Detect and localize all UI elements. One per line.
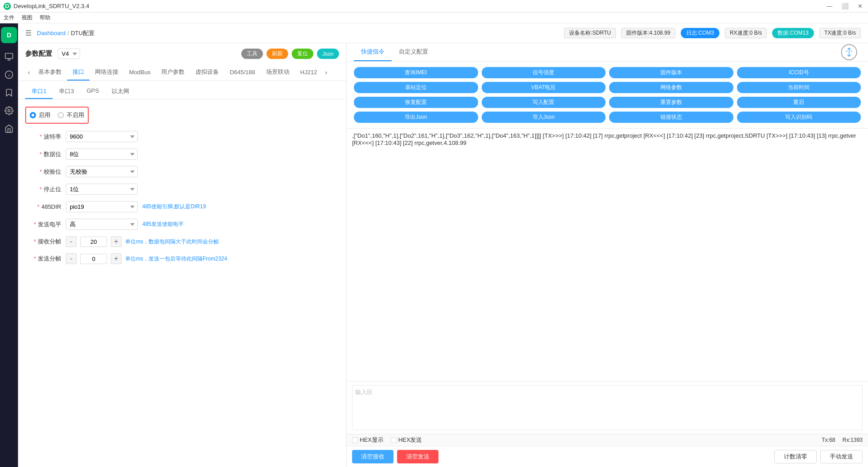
- tool-button[interactable]: 工具: [241, 49, 263, 59]
- close-button[interactable]: ✕: [856, 3, 864, 9]
- rx-count: Rx:1393: [842, 437, 863, 443]
- tab-hj212[interactable]: HJ212: [295, 65, 323, 80]
- hex-send-box: [391, 437, 397, 443]
- cmd-export-json[interactable]: 导出Json: [354, 112, 478, 123]
- stop-bits-select[interactable]: 1位: [66, 184, 138, 195]
- tab-quick-commands[interactable]: 快捷指令: [354, 43, 392, 61]
- tab-scene[interactable]: 场景联动: [261, 64, 295, 81]
- cmd-write-id[interactable]: 写入识别码: [737, 112, 861, 123]
- hex-send-checkbox[interactable]: HEX发送: [391, 436, 422, 444]
- enable-radio-dot: [30, 112, 36, 118]
- com-log-button[interactable]: 日志:COM3: [681, 28, 719, 38]
- baud-rate-label: 波特率: [25, 133, 61, 141]
- sub-tab-serial1[interactable]: 串口1: [25, 85, 53, 99]
- data-bits-select[interactable]: 8位: [66, 148, 138, 160]
- stop-bits-label: 停止位: [25, 185, 61, 193]
- cmd-current-time[interactable]: 当前时间: [737, 82, 861, 93]
- hamburger-icon[interactable]: ☰: [25, 29, 32, 37]
- rx-split-row: 接收分帧 - + 单位ms，数据包间隔大于此时间会分帧: [25, 236, 339, 247]
- config-header: 参数配置 V4 工具 刷新 复位 Json: [18, 43, 346, 64]
- sidebar-icon-settings[interactable]: [1, 103, 17, 119]
- rx-split-label: 接收分帧: [25, 238, 61, 246]
- tx-split-plus[interactable]: +: [111, 253, 122, 264]
- dir485-row: 485DIR pio19 485使能引脚,默认是DIR19: [25, 201, 339, 212]
- rx-split-counter: - + 单位ms，数据包间隔大于此时间会分帧: [66, 236, 219, 247]
- breadcrumb-home[interactable]: Dashboard: [37, 30, 66, 36]
- tx-split-input[interactable]: [80, 254, 107, 264]
- form-area: 启用 不启用 波特率 9600: [18, 99, 346, 467]
- clear-rx-button[interactable]: 清空接收: [352, 450, 393, 463]
- json-button[interactable]: Json: [317, 49, 339, 59]
- menu-help[interactable]: 帮助: [40, 14, 50, 22]
- sidebar-icon-monitor[interactable]: [1, 49, 17, 65]
- cmd-reset-params[interactable]: 重置参数: [609, 97, 733, 108]
- minimize-button[interactable]: —: [825, 3, 834, 9]
- cmd-base-location[interactable]: 基站定位: [354, 82, 478, 93]
- maximize-button[interactable]: ⬜: [840, 3, 850, 9]
- cmd-write-config[interactable]: 写入配置: [482, 97, 606, 108]
- manual-send-button[interactable]: 手动发送: [820, 450, 863, 463]
- data-bits-label: 数据位: [25, 150, 61, 158]
- tab-virtual-device[interactable]: 虚拟设备: [190, 64, 224, 81]
- clear-tx-button[interactable]: 清空发送: [397, 450, 439, 463]
- tab-network[interactable]: 网络连接: [90, 64, 124, 81]
- sub-tab-gps[interactable]: GPS: [80, 85, 105, 99]
- data-bits-row: 数据位 8位: [25, 148, 339, 160]
- enable-row: 启用 不启用: [25, 107, 89, 124]
- main-panels: 参数配置 V4 工具 刷新 复位 Json ‹: [18, 43, 868, 467]
- cmd-signal-strength[interactable]: 信号强度: [482, 67, 606, 78]
- tx-level-select[interactable]: 高: [66, 219, 138, 230]
- enable-option[interactable]: 启用: [30, 111, 50, 119]
- sidebar-icon-home[interactable]: [1, 121, 17, 137]
- hex-display-checkbox[interactable]: HEX显示: [352, 436, 384, 444]
- tab-custom-config[interactable]: 自定义配置: [392, 43, 435, 61]
- rx-split-input[interactable]: [80, 237, 107, 247]
- tab-basic-params[interactable]: 基本参数: [33, 64, 67, 81]
- parity-select[interactable]: 无校验: [66, 166, 138, 177]
- dir485-select[interactable]: pio19: [66, 201, 138, 212]
- input-area[interactable]: 输入区: [352, 385, 863, 430]
- reset-button[interactable]: 复位: [292, 49, 313, 59]
- cmd-firmware-version[interactable]: 固件版本: [609, 67, 733, 78]
- cmd-reboot[interactable]: 重启: [737, 97, 861, 108]
- refresh-button[interactable]: 刷新: [267, 49, 288, 59]
- trident-icon: [841, 44, 857, 60]
- cmd-query-imei[interactable]: 查询IMEI: [354, 67, 478, 78]
- cmd-import-json[interactable]: 导入Json: [482, 112, 606, 123]
- disable-option[interactable]: 不启用: [58, 111, 84, 119]
- cmd-network-params[interactable]: 网络参数: [609, 82, 733, 93]
- data-port-button[interactable]: 数据:COM13: [772, 28, 814, 38]
- tx-level-hint: 485发送使能电平: [142, 220, 184, 228]
- tab-interface[interactable]: 接口: [67, 64, 90, 81]
- baud-rate-select[interactable]: 9600: [66, 131, 138, 142]
- tab-d645[interactable]: D645/188: [224, 65, 260, 80]
- clear-count-button[interactable]: 计数清零: [774, 450, 817, 463]
- menu-file[interactable]: 文件: [4, 14, 14, 22]
- cmd-link-status[interactable]: 链接状态: [609, 112, 733, 123]
- cmd-vbat-voltage[interactable]: VBAT电压: [482, 82, 606, 93]
- config-toolbar: 工具 刷新 复位 Json: [241, 49, 339, 59]
- right-tabs: 快捷指令 自定义配置: [347, 43, 868, 62]
- firmware-tag: 固件版本:4.108.99: [621, 28, 675, 38]
- menu-view[interactable]: 视图: [22, 14, 32, 22]
- tab-modbus[interactable]: ModBus: [124, 65, 156, 80]
- svg-rect-0: [5, 54, 13, 59]
- cmd-restore-config[interactable]: 恢复配置: [354, 97, 478, 108]
- sidebar-icon-info[interactable]: [1, 67, 17, 83]
- rx-split-plus[interactable]: +: [111, 236, 122, 247]
- tx-split-minus[interactable]: -: [66, 253, 77, 264]
- tx-split-hint: 单位ms，发送一包后等待此间隔From2324: [125, 255, 227, 263]
- sidebar-logo: D: [1, 27, 17, 43]
- sub-tab-serial3[interactable]: 串口3: [53, 85, 80, 99]
- sidebar-icon-bookmark[interactable]: [1, 85, 17, 101]
- rx-split-minus[interactable]: -: [66, 236, 77, 247]
- parity-label: 校验位: [25, 168, 61, 176]
- tab-right-arrow[interactable]: ›: [322, 69, 330, 76]
- version-select[interactable]: V4: [58, 49, 80, 59]
- cmd-iccid[interactable]: ICCID号: [737, 67, 861, 78]
- tab-left-arrow[interactable]: ‹: [25, 69, 33, 76]
- hex-display-label: HEX显示: [360, 436, 384, 444]
- tab-user-params[interactable]: 用户参数: [156, 64, 190, 81]
- enable-label: 启用: [39, 111, 50, 119]
- sub-tab-ethernet[interactable]: 以太网: [105, 85, 136, 99]
